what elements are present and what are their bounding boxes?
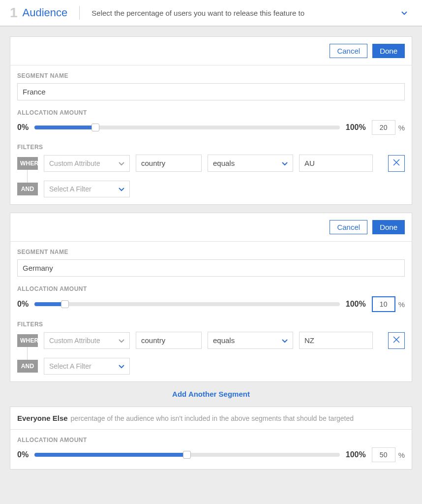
allocation-input[interactable] xyxy=(372,447,395,462)
everyone-else-card: Everyone Else percentage of the audience… xyxy=(10,407,412,470)
segment-name-input[interactable] xyxy=(17,259,405,277)
where-tag: WHERE xyxy=(17,157,38,170)
and-tag: AND xyxy=(17,360,38,373)
close-icon xyxy=(393,159,400,168)
segment-name-label: SEGMENT NAME xyxy=(17,72,405,79)
chevron-down-icon xyxy=(119,337,124,345)
allocation-slider[interactable] xyxy=(34,302,340,306)
allocation-input[interactable] xyxy=(372,296,395,312)
filters-label: FILTERS xyxy=(17,321,405,328)
step-number: 1 xyxy=(10,5,18,21)
card-actions: Cancel Done xyxy=(10,37,412,65)
filter-attribute-input[interactable] xyxy=(136,332,202,349)
remove-filter-button[interactable] xyxy=(388,155,405,172)
percent-symbol: % xyxy=(398,451,405,459)
filter-type-select[interactable]: Custom Attribute xyxy=(44,332,130,349)
everyone-else-desc: percentage of the audience who isn't inc… xyxy=(71,414,354,422)
step-description: Select the percentage of users you want … xyxy=(91,9,412,17)
pct-max-label: 100% xyxy=(346,300,366,309)
everyone-else-title: Everyone Else xyxy=(17,414,68,422)
filter-operator-value: equals xyxy=(213,159,235,167)
slider-thumb[interactable] xyxy=(61,300,69,308)
pct-max-label: 100% xyxy=(346,450,366,459)
allocation-label: ALLOCATION AMOUNT xyxy=(17,285,405,292)
chevron-down-icon[interactable] xyxy=(401,9,407,17)
allocation-input[interactable] xyxy=(372,120,395,135)
chevron-down-icon xyxy=(119,159,124,167)
remove-filter-button[interactable] xyxy=(388,332,405,349)
filter-value-input[interactable] xyxy=(299,155,373,172)
allocation-label: ALLOCATION AMOUNT xyxy=(17,437,405,443)
filters-label: FILTERS xyxy=(17,144,405,151)
chevron-down-icon xyxy=(282,337,288,345)
cancel-button[interactable]: Cancel xyxy=(330,44,367,58)
and-tag: AND xyxy=(17,183,38,195)
add-segment-row: Add Another Segment xyxy=(10,390,412,399)
cancel-button[interactable]: Cancel xyxy=(330,220,367,234)
slider-thumb[interactable] xyxy=(91,124,99,131)
filter-operator-select[interactable]: equals xyxy=(208,155,293,172)
pct-min-label: 0% xyxy=(17,123,29,132)
filter-type-value: Custom Attribute xyxy=(49,159,100,167)
slider-thumb[interactable] xyxy=(183,451,191,459)
done-button[interactable]: Done xyxy=(372,220,405,234)
chevron-down-icon xyxy=(282,159,288,167)
percent-symbol: % xyxy=(398,300,405,309)
allocation-label: ALLOCATION AMOUNT xyxy=(17,109,405,116)
segment-name-input[interactable] xyxy=(17,83,405,100)
done-button[interactable]: Done xyxy=(372,44,405,58)
filter-attribute-input[interactable] xyxy=(136,155,202,172)
segment-name-label: SEGMENT NAME xyxy=(17,249,405,255)
header-divider xyxy=(79,6,80,20)
pct-max-label: 100% xyxy=(346,123,366,132)
close-icon xyxy=(393,336,400,345)
add-segment-link[interactable]: Add Another Segment xyxy=(172,390,250,398)
segment-card: Cancel Done SEGMENT NAME ALLOCATION AMOU… xyxy=(10,213,412,382)
chevron-down-icon xyxy=(119,362,124,370)
add-filter-placeholder: Select A Filter xyxy=(49,362,91,370)
allocation-slider[interactable] xyxy=(34,453,340,457)
percent-symbol: % xyxy=(398,124,405,132)
allocation-slider[interactable] xyxy=(34,126,340,129)
pct-min-label: 0% xyxy=(17,450,29,459)
add-filter-select[interactable]: Select A Filter xyxy=(44,358,130,375)
where-tag: WHERE xyxy=(17,334,38,347)
filter-value-input[interactable] xyxy=(299,332,373,349)
chevron-down-icon xyxy=(119,185,124,193)
card-actions: Cancel Done xyxy=(10,213,412,242)
filter-type-value: Custom Attribute xyxy=(49,337,100,345)
filter-operator-select[interactable]: equals xyxy=(208,332,293,349)
filter-operator-value: equals xyxy=(213,336,235,345)
step-title: Audience xyxy=(23,6,68,19)
pct-min-label: 0% xyxy=(17,300,29,309)
filter-type-select[interactable]: Custom Attribute xyxy=(44,155,130,172)
add-filter-select[interactable]: Select A Filter xyxy=(44,181,130,197)
segment-card: Cancel Done SEGMENT NAME ALLOCATION AMOU… xyxy=(10,36,412,205)
add-filter-placeholder: Select A Filter xyxy=(49,185,91,193)
page-body: Cancel Done SEGMENT NAME ALLOCATION AMOU… xyxy=(0,27,422,479)
step-header: 1 Audience Select the percentage of user… xyxy=(0,0,422,27)
